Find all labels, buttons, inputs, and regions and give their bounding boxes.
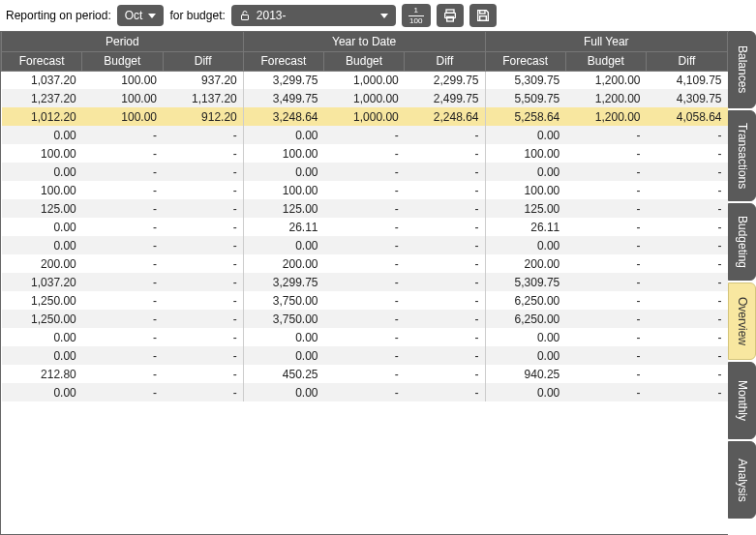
table-row[interactable]: 1,250.00--3,750.00--6,250.00-- (2, 291, 728, 310)
cell: 1,200.00 (565, 89, 646, 107)
cell: 1,250.00 (2, 291, 82, 310)
cell: - (405, 144, 485, 163)
cell: - (82, 163, 163, 181)
table-row[interactable]: 0.00--0.00--0.00-- (2, 346, 728, 365)
cell: - (647, 346, 728, 365)
cell: 125.00 (243, 199, 323, 218)
cell: - (82, 126, 163, 144)
col-header: Diff (163, 51, 243, 71)
table-row[interactable]: 0.00--0.00--0.00-- (2, 236, 728, 254)
cell: 3,750.00 (243, 291, 323, 310)
group-header-fullyear: Full Year (485, 32, 728, 51)
cell: 0.00 (485, 236, 565, 254)
table-row[interactable]: 1,250.00--3,750.00--6,250.00-- (2, 310, 728, 328)
table-row[interactable]: 0.00--0.00--0.00-- (2, 383, 728, 401)
group-header-period: Period (2, 32, 244, 51)
cell: 0.00 (243, 236, 323, 254)
cell: 200.00 (485, 254, 565, 273)
cell: - (324, 273, 405, 291)
cell: - (82, 236, 163, 254)
cell: 1,200.00 (565, 107, 646, 126)
cell: - (565, 218, 646, 236)
period-dropdown[interactable]: Oct (117, 5, 165, 26)
cell: - (647, 236, 728, 254)
cell: 26.11 (243, 218, 323, 236)
print-icon (442, 8, 458, 23)
table-row[interactable]: 100.00--100.00--100.00-- (2, 144, 728, 163)
table-row[interactable]: 0.00--0.00--0.00-- (2, 328, 728, 346)
table-row[interactable]: 212.80--450.25--940.25-- (2, 365, 728, 383)
print-button[interactable] (437, 4, 464, 27)
table-row[interactable]: 200.00--200.00--200.00-- (2, 254, 728, 273)
cell: 4,309.75 (647, 89, 728, 107)
table-row[interactable]: 0.00--0.00--0.00-- (2, 126, 728, 144)
cell: 26.11 (485, 218, 565, 236)
table-row[interactable]: 125.00--125.00--125.00-- (2, 199, 728, 218)
side-tab-overview[interactable]: Overview (728, 282, 756, 360)
cell: 100.00 (485, 144, 565, 163)
cell: 100.00 (82, 71, 163, 89)
fraction-bottom: 100 (409, 17, 422, 25)
save-button[interactable] (469, 4, 497, 27)
cell: - (647, 328, 728, 346)
cell: - (565, 273, 646, 291)
cell: - (163, 254, 243, 273)
side-tab-strip: BalancesTransactionsBudgetingOverviewMon… (728, 31, 756, 535)
cell: - (324, 236, 405, 254)
cell: - (163, 328, 243, 346)
side-tab-balances[interactable]: Balances (728, 31, 756, 108)
table-row[interactable]: 1,037.20--3,299.75--5,309.75-- (2, 273, 728, 291)
table-body: 1,037.20100.00937.203,299.751,000.002,29… (2, 71, 728, 401)
side-tab-budgeting[interactable]: Budgeting (728, 203, 756, 281)
side-tab-transactions[interactable]: Transactions (728, 110, 756, 201)
table-row[interactable]: 1,237.20100.001,137.203,499.751,000.002,… (2, 89, 728, 107)
side-tab-monthly[interactable]: Monthly (728, 362, 756, 439)
cell: - (163, 199, 243, 218)
cell: 2,248.64 (405, 107, 485, 126)
cell: 125.00 (2, 199, 82, 218)
group-header-ytd: Year to Date (243, 32, 485, 51)
budget-value: 2013- (257, 9, 287, 22)
cell: 3,299.75 (243, 71, 323, 89)
table-row[interactable]: 1,012.20100.00912.203,248.641,000.002,24… (2, 107, 728, 126)
cell: - (647, 144, 728, 163)
for-budget-label: for budget: (169, 9, 225, 22)
cell: - (565, 181, 646, 199)
table-row[interactable]: 0.00--0.00--0.00-- (2, 163, 728, 181)
cell: - (163, 236, 243, 254)
cell: - (565, 199, 646, 218)
cell: - (405, 383, 485, 401)
cell: 1,000.00 (324, 107, 405, 126)
cell: 200.00 (243, 254, 323, 273)
cell: 1,037.20 (2, 71, 82, 89)
cell: - (565, 144, 646, 163)
cell: - (565, 126, 646, 144)
col-header: Budget (82, 51, 163, 71)
table-row[interactable]: 1,037.20100.00937.203,299.751,000.002,29… (2, 71, 728, 89)
cell: 0.00 (243, 328, 323, 346)
cell: - (82, 365, 163, 383)
cell: - (163, 346, 243, 365)
cell: - (405, 199, 485, 218)
cell: - (565, 291, 646, 310)
cell: 100.00 (2, 181, 82, 199)
side-tab-analysis[interactable]: Analysis (728, 441, 756, 519)
cell: - (565, 236, 646, 254)
cell: - (324, 383, 405, 401)
cell: 100.00 (485, 181, 565, 199)
cell: - (565, 163, 646, 181)
precision-toggle-button[interactable]: 1 100 (402, 4, 431, 27)
cell: - (647, 365, 728, 383)
cell: - (163, 365, 243, 383)
cell: - (647, 199, 728, 218)
svg-rect-5 (479, 16, 486, 21)
cell: - (565, 346, 646, 365)
table-row[interactable]: 100.00--100.00--100.00-- (2, 181, 728, 199)
table-row[interactable]: 0.00--26.11--26.11-- (2, 218, 728, 236)
cell: - (82, 291, 163, 310)
budget-dropdown[interactable]: 2013- (231, 5, 396, 26)
cell: - (82, 346, 163, 365)
cell: 5,309.75 (485, 273, 565, 291)
cell: - (565, 383, 646, 401)
cell: 5,258.64 (485, 107, 565, 126)
